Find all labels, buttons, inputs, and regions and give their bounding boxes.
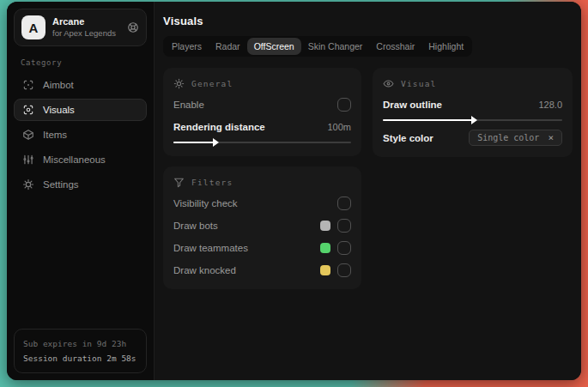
sun-adjust-icon <box>173 78 185 89</box>
draw-bots-row: Draw bots <box>173 216 351 234</box>
filters-panel: Filters Visibility check Draw bots <box>163 166 361 289</box>
draw-outline-slider[interactable] <box>383 117 562 124</box>
draw-knocked-color-swatch[interactable] <box>320 265 330 275</box>
draw-knocked-label: Draw knocked <box>173 265 320 275</box>
draw-bots-checkbox[interactable] <box>337 219 351 233</box>
gear-icon <box>22 178 34 190</box>
sidebar-item-label: Visuals <box>43 105 75 115</box>
visual-panel: Visual Draw outline 128.0 Style color Si… <box>373 68 573 157</box>
slider-arrow-thumb[interactable] <box>213 138 219 147</box>
draw-knocked-row: Draw knocked <box>173 261 351 279</box>
draw-knocked-checkbox[interactable] <box>337 263 351 277</box>
crosshair-scan-icon <box>22 79 34 91</box>
sidebar: A Arcane for Apex Legends Category Aimbo <box>7 2 155 380</box>
sidebar-item-items[interactable]: Items <box>14 124 147 146</box>
sidebar-item-visuals[interactable]: Visuals <box>14 99 147 121</box>
sidebar-item-miscellaneous[interactable]: Miscellaneous <box>14 148 147 171</box>
app-subtitle: for Apex Legends <box>52 28 120 39</box>
sidebar-item-label: Aimbot <box>43 80 74 90</box>
style-color-label: Style color <box>383 133 469 143</box>
app-name: Arcane <box>52 16 120 28</box>
draw-outline-label: Draw outline <box>383 100 538 110</box>
rendering-distance-row: Rendering distance 100m <box>173 118 351 136</box>
page-title: Visuals <box>163 15 573 27</box>
tab-radar[interactable]: Radar <box>209 38 247 55</box>
filters-panel-title: Filters <box>191 178 233 187</box>
enable-row: Enable <box>173 95 351 113</box>
eye-icon <box>383 78 394 89</box>
draw-bots-color-swatch[interactable] <box>320 221 330 231</box>
tab-players[interactable]: Players <box>165 38 209 55</box>
tab-skin-changer[interactable]: Skin Changer <box>301 38 370 55</box>
enable-label: Enable <box>173 100 337 110</box>
style-color-selected-value: Single color <box>477 133 539 142</box>
sub-expires-text: Sub expires in 9d 23h <box>23 336 137 351</box>
draw-teammates-color-swatch[interactable] <box>320 243 330 253</box>
sidebar-item-aimbot[interactable]: Aimbot <box>14 74 147 96</box>
app-logo: A <box>21 15 45 39</box>
app-header-card: A Arcane for Apex Legends <box>14 9 147 46</box>
sidebar-item-label: Miscellaneous <box>43 154 106 165</box>
style-color-select[interactable]: Single color × <box>469 130 562 146</box>
sliders-icon <box>22 154 34 166</box>
eye-scan-icon <box>22 104 34 116</box>
tab-offscreen[interactable]: OffScreen <box>247 38 301 55</box>
rendering-distance-label: Rendering distance <box>173 122 327 132</box>
draw-outline-value: 128.0 <box>538 100 562 110</box>
draw-teammates-checkbox[interactable] <box>337 241 351 255</box>
draw-bots-label: Draw bots <box>173 221 320 231</box>
session-duration-text: Session duration 2m 58s <box>23 351 137 366</box>
rendering-distance-slider[interactable] <box>173 139 351 146</box>
draw-teammates-label: Draw teammates <box>173 243 320 253</box>
sidebar-item-label: Items <box>43 130 67 140</box>
app-window: A Arcane for Apex Legends Category Aimbo <box>7 2 581 380</box>
visual-panel-title: Visual <box>401 79 437 88</box>
draw-outline-row: Draw outline 128.0 <box>383 95 562 113</box>
tab-highlight[interactable]: Highlight <box>421 38 470 55</box>
clear-icon[interactable]: × <box>548 133 554 142</box>
main-content: Visuals Players Radar OffScreen Skin Cha… <box>155 2 581 380</box>
rendering-distance-value: 100m <box>327 122 351 132</box>
tab-crosshair[interactable]: Crosshair <box>369 38 421 55</box>
enable-checkbox[interactable] <box>337 98 351 112</box>
subscription-info-card: Sub expires in 9d 23h Session duration 2… <box>14 329 147 373</box>
category-label: Category <box>21 58 140 67</box>
slider-arrow-thumb[interactable] <box>471 116 477 124</box>
sidebar-item-settings[interactable]: Settings <box>14 173 147 196</box>
sidebar-item-label: Settings <box>43 179 79 190</box>
general-panel: General Enable Rendering distance 100m <box>163 68 361 156</box>
visibility-check-label: Visibility check <box>173 198 337 209</box>
cube-icon <box>22 129 34 141</box>
lifebuoy-target-icon[interactable] <box>127 21 139 33</box>
general-panel-title: General <box>191 79 233 88</box>
visuals-tabbar: Players Radar OffScreen Skin Changer Cro… <box>163 36 472 57</box>
style-color-row: Style color Single color × <box>383 129 562 147</box>
draw-teammates-row: Draw teammates <box>173 239 351 257</box>
visibility-check-row: Visibility check <box>173 194 351 212</box>
funnel-icon <box>173 177 185 188</box>
visibility-check-checkbox[interactable] <box>337 197 351 210</box>
